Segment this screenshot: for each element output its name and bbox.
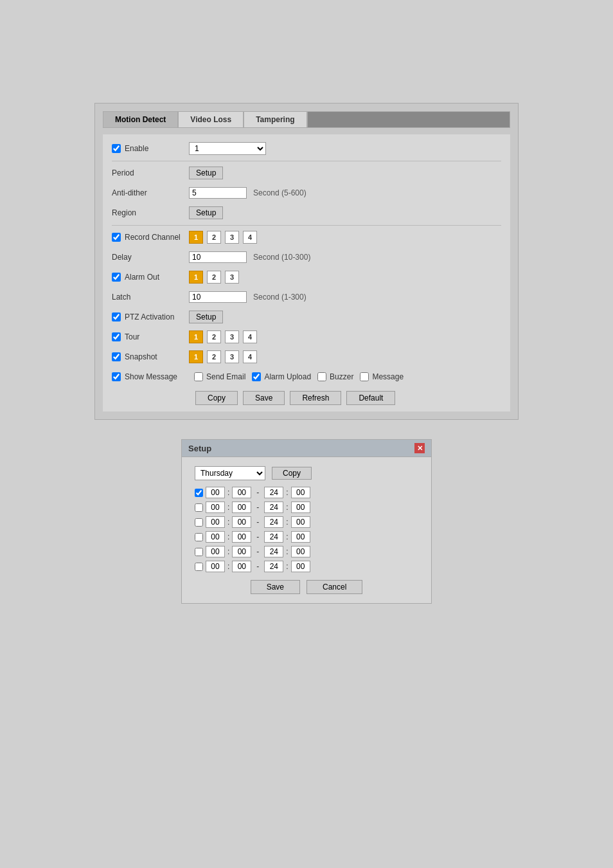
alarm-out-btn-1[interactable]: 1 xyxy=(189,271,203,284)
time-row-3-end-h[interactable] xyxy=(264,516,283,528)
time-row-3-end-m[interactable] xyxy=(291,516,310,528)
ptz-setup-btn[interactable]: Setup xyxy=(189,311,223,323)
time-row-6-start-m[interactable] xyxy=(232,561,251,572)
region-label: Region xyxy=(112,208,189,217)
tab-video-loss[interactable]: Video Loss xyxy=(178,111,244,128)
record-channel-controls: 1 2 3 4 xyxy=(189,231,501,244)
time-row-6-start-h[interactable] xyxy=(206,561,225,572)
latch-row: Latch Second (1-300) xyxy=(112,289,501,305)
snapshot-btn-3[interactable]: 3 xyxy=(225,350,239,363)
time-row-2-checkbox[interactable] xyxy=(195,503,203,512)
enable-label: Enable xyxy=(112,144,189,153)
copy-button[interactable]: Copy xyxy=(195,391,238,405)
time-row-3-start-m[interactable] xyxy=(232,516,251,528)
record-channel-checkbox[interactable] xyxy=(112,233,121,242)
time-row-1-start-h[interactable] xyxy=(206,487,225,498)
dialog-close-button[interactable]: ✕ xyxy=(414,443,425,453)
show-message-checkbox[interactable] xyxy=(112,372,121,381)
time-row-5-checkbox[interactable] xyxy=(195,548,203,556)
period-controls: Setup xyxy=(189,167,501,179)
region-setup-btn[interactable]: Setup xyxy=(189,206,223,219)
delay-label: Delay xyxy=(112,253,189,262)
time-row-5-end-m[interactable] xyxy=(291,546,310,557)
dialog-title: Setup xyxy=(188,444,211,453)
enable-channel-select[interactable]: 1 2 3 4 xyxy=(189,142,266,155)
time-row-4-start-h[interactable] xyxy=(206,531,225,543)
time-row-1-end-h[interactable] xyxy=(264,487,283,498)
extra-checkboxes: Send Email Alarm Upload Buzzer Message xyxy=(194,372,501,381)
tab-dark-area xyxy=(307,111,510,128)
time-row-6-end-m[interactable] xyxy=(291,561,310,572)
time-row-5-start-h[interactable] xyxy=(206,546,225,557)
tour-row: Tour 1 2 3 4 xyxy=(112,329,501,345)
time-row-2-end-m[interactable] xyxy=(291,502,310,513)
time-row-4-checkbox[interactable] xyxy=(195,533,203,541)
time-row-6-end-h[interactable] xyxy=(264,561,283,572)
alarm-out-label: Alarm Out xyxy=(112,273,189,282)
message-checkbox[interactable] xyxy=(360,372,369,381)
tour-controls: 1 2 3 4 xyxy=(189,330,501,343)
default-button[interactable]: Default xyxy=(346,391,395,405)
region-controls: Setup xyxy=(189,206,501,219)
tour-btn-1[interactable]: 1 xyxy=(189,330,203,343)
alarm-out-checkbox[interactable] xyxy=(112,273,121,282)
dialog-copy-button[interactable]: Copy xyxy=(272,467,312,480)
snapshot-btn-4[interactable]: 4 xyxy=(243,350,257,363)
latch-controls: Second (1-300) xyxy=(189,291,501,303)
time-row-3-start-h[interactable] xyxy=(206,516,225,528)
send-email-checkbox[interactable] xyxy=(194,372,203,381)
latch-label: Latch xyxy=(112,293,189,302)
buzzer-checkbox[interactable] xyxy=(317,372,326,381)
time-row-1-start-m[interactable] xyxy=(232,487,251,498)
alarm-out-btn-2[interactable]: 2 xyxy=(207,271,221,284)
time-row-2-start-m[interactable] xyxy=(232,502,251,513)
enable-checkbox[interactable] xyxy=(112,144,121,153)
delay-controls: Second (10-300) xyxy=(189,251,501,263)
tour-btn-4[interactable]: 4 xyxy=(243,330,257,343)
bottom-buttons: Copy Save Refresh Default xyxy=(112,391,501,405)
record-channel-btn-4[interactable]: 4 xyxy=(243,231,257,244)
refresh-button[interactable]: Refresh xyxy=(290,391,341,405)
time-row-6-checkbox[interactable] xyxy=(195,563,203,571)
period-row: Period Setup xyxy=(112,165,501,181)
time-row-2-start-h[interactable] xyxy=(206,502,225,513)
alarm-upload-checkbox[interactable] xyxy=(252,372,261,381)
time-row-5-end-h[interactable] xyxy=(264,546,283,557)
time-row-4-start-m[interactable] xyxy=(232,531,251,543)
main-panel: Motion Detect Video Loss Tampering Enabl… xyxy=(94,103,519,420)
time-row-5-start-m[interactable] xyxy=(232,546,251,557)
time-row-4-end-h[interactable] xyxy=(264,531,283,543)
save-button[interactable]: Save xyxy=(243,391,285,405)
dialog-cancel-button[interactable]: Cancel xyxy=(306,580,362,594)
ptz-checkbox[interactable] xyxy=(112,312,121,321)
enable-row: Enable 1 2 3 4 xyxy=(112,141,501,156)
day-select[interactable]: Sunday Monday Tuesday Wednesday Thursday… xyxy=(195,466,265,480)
time-row-2: : - : xyxy=(195,502,418,513)
tour-checkbox[interactable] xyxy=(112,332,121,341)
alarm-out-btn-3[interactable]: 3 xyxy=(225,271,239,284)
snapshot-btn-1[interactable]: 1 xyxy=(189,350,203,363)
snapshot-btn-2[interactable]: 2 xyxy=(207,350,221,363)
alarm-out-row: Alarm Out 1 2 3 xyxy=(112,269,501,285)
snapshot-checkbox[interactable] xyxy=(112,352,121,361)
record-channel-btn-2[interactable]: 2 xyxy=(207,231,221,244)
time-row-1-end-m[interactable] xyxy=(291,487,310,498)
anti-dither-row: Anti-dither Second (5-600) xyxy=(112,185,501,201)
period-setup-btn[interactable]: Setup xyxy=(189,167,223,179)
show-message-label-wrap: Show Message xyxy=(112,372,189,381)
time-row-3-checkbox[interactable] xyxy=(195,518,203,527)
tab-tampering[interactable]: Tampering xyxy=(244,111,306,128)
tour-btn-2[interactable]: 2 xyxy=(207,330,221,343)
delay-input[interactable] xyxy=(189,251,247,263)
tour-btn-3[interactable]: 3 xyxy=(225,330,239,343)
anti-dither-input[interactable] xyxy=(189,187,247,199)
tab-motion-detect[interactable]: Motion Detect xyxy=(103,111,178,128)
record-channel-btn-1[interactable]: 1 xyxy=(189,231,203,244)
record-channel-btn-3[interactable]: 3 xyxy=(225,231,239,244)
anti-dither-hint: Second (5-600) xyxy=(253,188,306,197)
time-row-4-end-m[interactable] xyxy=(291,531,310,543)
time-row-1-checkbox[interactable] xyxy=(195,489,203,497)
latch-input[interactable] xyxy=(189,291,247,303)
time-row-2-end-h[interactable] xyxy=(264,502,283,513)
dialog-save-button[interactable]: Save xyxy=(251,580,300,594)
